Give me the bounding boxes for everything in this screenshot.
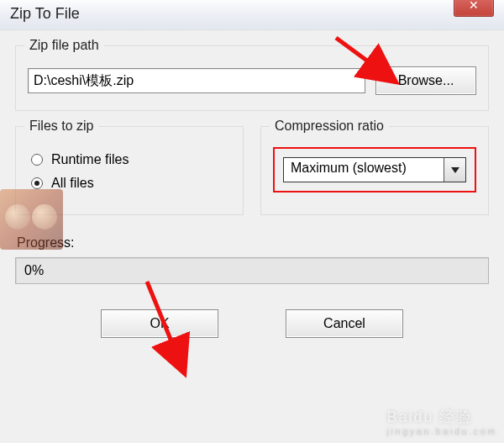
- chevron-down-icon: [451, 167, 459, 173]
- decorative-avatar-overlay: [0, 189, 63, 250]
- close-button[interactable]: ✕: [454, 0, 494, 17]
- radio-runtime-files[interactable]: Runtime files: [31, 152, 228, 167]
- group-legend: Compression ratio: [270, 119, 389, 134]
- watermark-brand: Baidu 经验: [386, 409, 473, 425]
- dropdown-value: Maximum (slowest): [284, 158, 444, 182]
- highlight-box: Maximum (slowest): [273, 147, 476, 192]
- group-zip-file-path: Zip file path Browse...: [15, 45, 489, 111]
- radio-icon: [31, 154, 43, 166]
- watermark-url: jingyan.baidu.com: [386, 427, 497, 436]
- group-compression-ratio: Compression ratio Maximum (slowest): [260, 126, 489, 215]
- ok-button[interactable]: OK: [101, 309, 218, 338]
- zip-path-input[interactable]: [28, 68, 365, 93]
- compression-dropdown[interactable]: Maximum (slowest): [283, 157, 466, 182]
- dialog-body: Zip file path Browse... Files to zip Run…: [0, 30, 504, 338]
- close-icon: ✕: [469, 0, 479, 12]
- progress-text: 0%: [24, 263, 44, 278]
- progress-label: Progress:: [17, 235, 489, 251]
- title-bar: Zip To File ✕: [0, 0, 504, 30]
- progress-bar: 0%: [15, 257, 489, 284]
- dropdown-button[interactable]: [444, 158, 465, 182]
- cancel-button[interactable]: Cancel: [286, 309, 403, 338]
- radio-icon: [31, 177, 43, 189]
- radio-label: Runtime files: [51, 152, 129, 167]
- window-title: Zip To File: [10, 5, 80, 22]
- group-legend: Zip file path: [24, 38, 104, 53]
- watermark: Baidu 经验 jingyan.baidu.com: [386, 407, 497, 436]
- browse-button[interactable]: Browse...: [375, 66, 476, 95]
- group-legend: Files to zip: [24, 119, 98, 134]
